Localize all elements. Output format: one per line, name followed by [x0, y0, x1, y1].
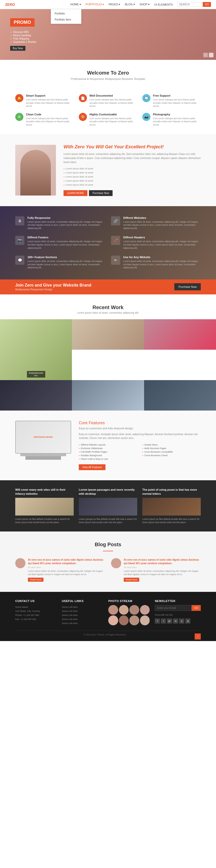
- nav-elements[interactable]: UI ELEMENTS: [152, 2, 175, 7]
- core-feat-5: Clean Code & Easy to Use: [79, 458, 137, 460]
- footer-link-2[interactable]: Some Link Item: [62, 609, 103, 613]
- blog-read-more-2[interactable]: Read More: [124, 578, 139, 582]
- about-list-5: Lorem ipsum dolor sit amet: [63, 183, 201, 187]
- learn-more-button[interactable]: LEARN MORE: [63, 190, 87, 196]
- responsive-icon: 🖥: [15, 216, 24, 225]
- feature-photography: 📷 Photography Cum sociis natoque pen bus…: [142, 113, 201, 127]
- dropdown-portfolio-item[interactable]: Portfolio Item: [51, 17, 81, 23]
- footer-link-3[interactable]: Some Link Item: [62, 613, 103, 617]
- core-feat-6: Simple Menu: [142, 443, 201, 446]
- portfolio-item-5[interactable]: [72, 380, 144, 410]
- dark-feature-title-3: Diffrent Footers: [27, 236, 105, 239]
- brand-logo[interactable]: ZERO: [5, 3, 15, 7]
- footer-link-4[interactable]: Some Link Item: [62, 617, 103, 621]
- portfolio-item-3[interactable]: [144, 319, 216, 350]
- about-image: [15, 145, 56, 195]
- infancy-item-3: The point of using psum is that has more…: [142, 488, 201, 524]
- portfolio-grid: Entertainment Film: [0, 319, 216, 410]
- portfolio-dropdown: Portfolio Portfolio Item: [51, 9, 81, 24]
- newsletter-email-input[interactable]: [155, 605, 192, 611]
- feature-smart-support: 🔔 Smart Support Cum sociis natoque pen b…: [15, 94, 74, 108]
- search-input[interactable]: [178, 2, 203, 7]
- portfolio-item-2[interactable]: [72, 319, 144, 350]
- core-title: Core Features: [79, 421, 201, 425]
- footer-contact-line-3: Phone: +1 234 567 890: [15, 613, 57, 617]
- portfolio-item-1[interactable]: Entertainment Film: [0, 319, 72, 380]
- infancy-title-2: Lorem ipsum passages and more recently w…: [79, 488, 137, 496]
- promo-item-4: Guarantee 1 Months: [10, 40, 36, 43]
- about-heading-brand: Zero: [75, 144, 85, 149]
- dark-feature-title-2: Diffrent Websites: [123, 216, 201, 219]
- promo-item-2: Bonus handbag: [10, 34, 36, 37]
- nav-blog[interactable]: BLOG ▾: [123, 2, 137, 7]
- promo-badge: PROMO: [10, 18, 34, 27]
- photo-1: [108, 605, 118, 615]
- core-content: Core Features Easy-to-customize and full…: [79, 421, 201, 470]
- dropdown-portfolio[interactable]: Portfolio: [51, 10, 81, 17]
- feature-free-support: 💬 Free Support Cum sociis natoque pen bu…: [142, 94, 201, 108]
- scroll-to-top-button[interactable]: ↑: [195, 633, 201, 640]
- dark-feature-2: 🔗 Diffrent Websites Lorem ipsum dolor si…: [111, 216, 201, 230]
- blog-post-text-1: Lorem ipsum dolor sit amet, consectetur …: [28, 569, 105, 576]
- welcome-title: Welcome To Zero: [15, 70, 201, 76]
- dark-feature-title-5: 100+ Feature Sections: [27, 256, 105, 259]
- newsletter-submit-button[interactable]: GO: [192, 605, 201, 611]
- about-body: Lorem ipsum dolor sit amet, consectetur …: [63, 152, 201, 164]
- hero-navigation: ‹ ›: [203, 53, 213, 57]
- hero-prev[interactable]: ‹: [203, 53, 208, 57]
- social-googleplus[interactable]: g+: [167, 618, 172, 624]
- social-youtube[interactable]: yt: [185, 618, 190, 624]
- blog-read-more-1[interactable]: Read More: [28, 578, 44, 582]
- portfolio-item-6[interactable]: [144, 380, 216, 410]
- purchase-now-button[interactable]: Purchase Now: [89, 190, 113, 196]
- hero-next[interactable]: ›: [209, 53, 213, 57]
- blog-section: Blog Posts At vero eos et accu samus et …: [0, 531, 216, 592]
- join-purchase-button[interactable]: Purchase Now: [174, 283, 201, 290]
- blog-post-text-2: Lorem ipsum dolor sit amet, consectetur …: [124, 569, 201, 576]
- join-banner-text: Join Zero and Give your Website Brand Mu…: [15, 283, 91, 291]
- footer-links-title: USEFUL LINKS: [62, 599, 103, 602]
- social-twitter[interactable]: t: [161, 618, 166, 624]
- about-heading: With Zero You Will Get Your Excellent Pr…: [63, 144, 201, 150]
- nav-portfolio[interactable]: PORTFOLIO ▾: [84, 2, 106, 7]
- footer-bottom: © 2014 Zero Theme. All Rights Reserved. …: [15, 631, 201, 636]
- photo-2: [119, 605, 129, 615]
- hero-section: PROMO Discount 60% Bonus handbag Free Sh…: [0, 9, 216, 60]
- mockup-screen: RESPONSIVE DESIGN: [15, 421, 71, 454]
- blog-avatar-1: [15, 558, 25, 568]
- footer-newsletter-title: NEWSLETTER: [155, 599, 201, 602]
- footer-photos: PHOTO STREAM: [108, 599, 150, 626]
- infancy-text-2: Lorem groups as flea default arcade titl…: [79, 518, 137, 524]
- blog-post-1: At vero eos et accu samus et iusto odio …: [15, 558, 105, 582]
- social-facebook[interactable]: f: [155, 618, 160, 624]
- social-pinterest[interactable]: p: [179, 618, 184, 624]
- core-feat-3: Full-Width Portfolio Pages: [79, 451, 137, 453]
- footer-link-1[interactable]: Some Link Item: [62, 605, 103, 609]
- nav-shop[interactable]: SHOP ▾: [137, 2, 152, 7]
- about-section: With Zero You Will Get Your Excellent Pr…: [0, 134, 216, 206]
- recent-work-title: Recent Work: [0, 305, 216, 310]
- portfolio-item-4[interactable]: [0, 380, 72, 410]
- blog-divider: [15, 549, 201, 552]
- dark-feature-text-2: Lorem ipsum dolor sit amet, consectetur …: [123, 220, 201, 230]
- about-text: With Zero You Will Get Your Excellent Pr…: [63, 144, 201, 196]
- infancy-title-1: Will cover many web sites still in their…: [15, 488, 74, 496]
- dark-feature-3: 📷 Diffrent Footers Lorem ipsum dolor sit…: [15, 236, 105, 250]
- view-all-features-button[interactable]: View All Features: [79, 464, 105, 470]
- social-linkedin[interactable]: in: [173, 618, 178, 624]
- features-grid: 🔔 Smart Support Cum sociis natoque pen b…: [0, 94, 216, 134]
- dark-feature-6: ✏ Use for Any Website Lorem ipsum dolor …: [111, 256, 201, 269]
- feature-title-5: Highly Customizable: [89, 113, 137, 116]
- nav-pages[interactable]: PAGES ▾: [106, 2, 122, 7]
- nav-home[interactable]: HOME ▾: [69, 2, 83, 7]
- about-heading-post: You Will Get Your Excellent Project!: [86, 144, 164, 149]
- about-list: Lorem ipsum dolor sit amet Lorem ipsum d…: [63, 167, 201, 187]
- welcome-section: Welcome To Zero Professional & Responsiv…: [0, 60, 216, 94]
- core-feat-8: Cross-Browsers Compatible: [142, 451, 201, 453]
- hero-buy-btn[interactable]: Buy Now: [10, 46, 25, 51]
- search-button[interactable]: GO: [203, 2, 211, 7]
- feature-title-2: Well Documented: [89, 94, 137, 97]
- about-list-4: Lorem ipsum dolor sit amet: [63, 179, 201, 183]
- footer-link-5[interactable]: Some Link Item: [62, 621, 103, 625]
- about-list-2: Lorem ipsum dolor sit amet: [63, 171, 201, 175]
